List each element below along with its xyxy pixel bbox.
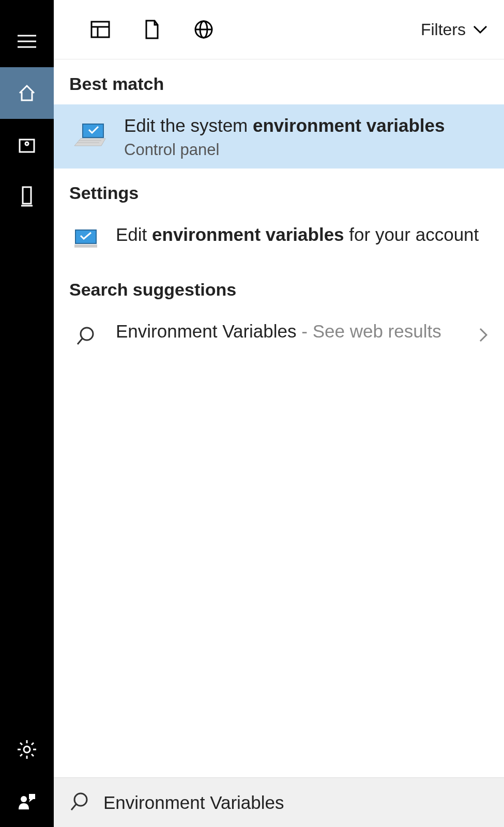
sidebar <box>0 0 54 827</box>
person-icon <box>18 792 36 810</box>
svg-line-30 <box>78 338 83 344</box>
document-icon <box>144 20 160 39</box>
settings-header: Settings <box>54 169 504 213</box>
web-tab[interactable] <box>178 20 230 39</box>
svg-line-32 <box>71 804 77 810</box>
svg-point-4 <box>25 142 28 145</box>
filters-button[interactable]: Filters <box>421 20 488 39</box>
svg-rect-17 <box>29 794 35 799</box>
search-results-panel: Filters Best match Edit the system envir… <box>54 0 504 827</box>
svg-rect-5 <box>23 187 31 204</box>
topbar: Filters <box>54 0 504 59</box>
documents-tab[interactable] <box>126 20 178 39</box>
apps-icon <box>90 21 110 38</box>
svg-rect-18 <box>91 22 109 37</box>
svg-line-12 <box>20 743 22 745</box>
filters-label: Filters <box>421 20 466 39</box>
suggestions-header: Search suggestions <box>54 265 504 310</box>
settings-result[interactable]: Edit environment variables for your acco… <box>54 213 504 265</box>
system-icon <box>69 121 111 152</box>
chevron-down-icon <box>472 24 488 35</box>
camera-icon <box>18 135 36 154</box>
search-icon <box>69 791 90 814</box>
settings-result-title: Edit environment variables for your acco… <box>116 223 488 247</box>
hamburger-button[interactable] <box>0 16 54 67</box>
home-icon <box>18 84 36 102</box>
suggestion-title: Environment Variables - See web results <box>116 319 460 343</box>
svg-rect-28 <box>74 244 97 248</box>
gear-icon <box>17 739 37 760</box>
best-match-header: Best match <box>54 59 504 104</box>
best-match-subtitle: Control panel <box>124 141 488 159</box>
home-button[interactable] <box>0 67 54 119</box>
web-suggestion[interactable]: Environment Variables - See web results <box>54 310 504 362</box>
best-match-title: Edit the system environment variables <box>124 114 488 137</box>
camera-button[interactable] <box>0 119 54 171</box>
search-input[interactable] <box>103 792 504 813</box>
monitor-icon <box>69 223 102 256</box>
svg-point-7 <box>24 746 30 753</box>
svg-line-15 <box>32 743 34 745</box>
remote-button[interactable] <box>0 171 54 222</box>
svg-line-13 <box>32 754 34 756</box>
best-match-result[interactable]: Edit the system environment variables Co… <box>54 104 504 169</box>
search-bar <box>54 777 504 827</box>
settings-button[interactable] <box>0 724 54 775</box>
apps-tab[interactable] <box>74 21 126 38</box>
chevron-right-icon <box>478 327 488 345</box>
svg-point-16 <box>21 796 27 802</box>
remote-icon <box>21 186 33 207</box>
svg-line-14 <box>20 754 22 756</box>
globe-icon <box>194 20 213 39</box>
feedback-button[interactable] <box>0 775 54 827</box>
search-icon <box>69 319 102 353</box>
hamburger-icon <box>17 34 37 49</box>
